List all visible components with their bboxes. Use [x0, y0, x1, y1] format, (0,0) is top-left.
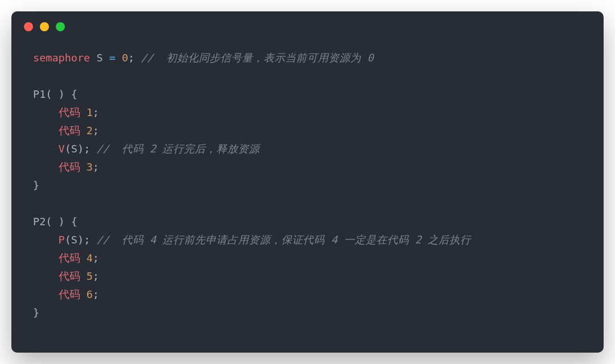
- semicolon: ;: [128, 52, 134, 64]
- semicolon: ;: [93, 288, 99, 300]
- code-label: 代码: [59, 161, 80, 173]
- semicolon: ;: [84, 234, 90, 246]
- minimize-icon[interactable]: [40, 22, 49, 31]
- window-titlebar: [11, 11, 604, 42]
- func-p1: P1: [33, 88, 46, 100]
- semicolon: ;: [93, 106, 99, 118]
- close-icon[interactable]: [24, 22, 33, 31]
- brace-close: }: [33, 179, 39, 191]
- code-num: 2: [87, 125, 93, 136]
- code-num: 5: [87, 270, 93, 282]
- code-label: 代码: [59, 270, 80, 282]
- semicolon: ;: [93, 161, 99, 173]
- code-label: 代码: [59, 252, 80, 264]
- comment-init: // 初始化同步信号量，表示当前可用资源为 0: [141, 52, 374, 64]
- code-window: semaphore S = 0; // 初始化同步信号量，表示当前可用资源为 0…: [11, 11, 604, 353]
- keyword-semaphore: semaphore: [33, 52, 90, 64]
- arg-s: (S): [65, 234, 84, 246]
- paren: ( ): [46, 88, 64, 100]
- semicolon: ;: [93, 252, 99, 264]
- code-label: 代码: [59, 125, 80, 136]
- func-p2: P2: [33, 216, 46, 228]
- code-num: 1: [87, 106, 93, 118]
- comment-acquire: // 代码 4 运行前先申请占用资源，保证代码 4 一定是在代码 2 之后执行: [96, 234, 471, 246]
- call-v: V: [59, 143, 65, 155]
- maximize-icon[interactable]: [56, 22, 65, 31]
- code-label: 代码: [59, 106, 80, 118]
- code-block: semaphore S = 0; // 初始化同步信号量，表示当前可用资源为 0…: [11, 42, 604, 333]
- code-label: 代码: [59, 288, 80, 300]
- code-num: 4: [87, 252, 93, 264]
- code-num: 3: [87, 161, 93, 173]
- paren: ( ): [46, 216, 64, 228]
- semicolon: ;: [93, 125, 99, 136]
- brace-close: }: [33, 307, 39, 318]
- semicolon: ;: [93, 270, 99, 282]
- code-num: 6: [87, 288, 93, 300]
- operator-assign: =: [109, 52, 116, 64]
- arg-s: (S): [65, 143, 84, 155]
- comment-release: // 代码 2 运行完后，释放资源: [96, 143, 260, 155]
- brace-open: {: [71, 88, 77, 100]
- literal-zero: 0: [122, 52, 128, 64]
- call-p: P: [59, 234, 65, 246]
- identifier-s: S: [96, 52, 102, 64]
- brace-open: {: [71, 216, 77, 228]
- semicolon: ;: [84, 143, 90, 155]
